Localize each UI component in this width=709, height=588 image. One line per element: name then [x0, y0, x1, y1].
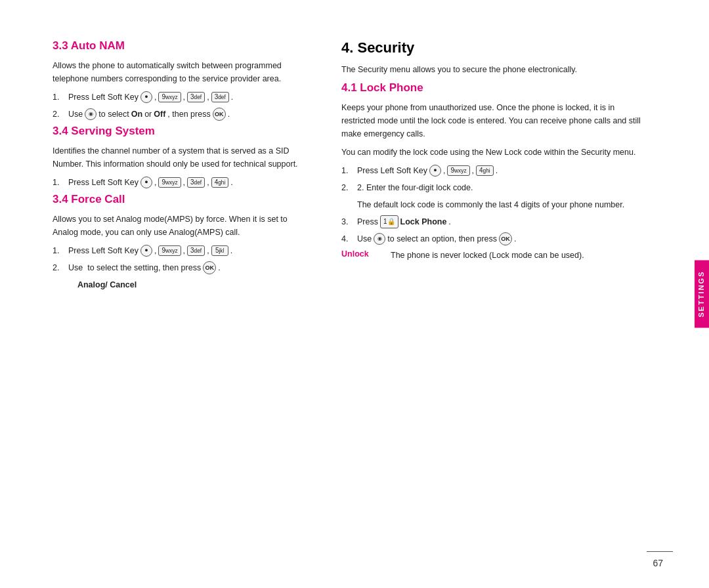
- key-3def-34a: 3def: [187, 177, 205, 188]
- step-41-3: 3. Press 1🔒 Lock Phone.: [341, 215, 643, 228]
- section-4: 4. Security The Security menu allows you…: [341, 39, 643, 76]
- left-soft-key-icon: ●: [140, 91, 152, 103]
- key-3def-2: 3def: [211, 92, 229, 102]
- section-34a: 3.4 Serving System Identifies the channe…: [53, 125, 302, 189]
- section-34a-heading: 3.4 Serving System: [53, 125, 302, 138]
- unlock-row: Unlock The phone is never locked (Lock m…: [341, 249, 643, 262]
- right-column: 4. Security The Security menu allows you…: [328, 39, 676, 562]
- key-3def-34b: 3def: [187, 245, 205, 256]
- step-34a-1-content: Press Left Soft Key ●, 9wxyz, 3def, 4ghi…: [68, 176, 233, 189]
- unlock-label: Unlock: [341, 249, 377, 262]
- section-41-para2: You can modify the lock code using the N…: [341, 146, 643, 159]
- ok-btn-33-2: OK: [213, 108, 226, 121]
- step-34b-2-number: 2.: [53, 261, 66, 274]
- section-33-desc: Allows the phone to automatically switch…: [53, 59, 302, 85]
- page-divider: [647, 551, 673, 552]
- ok-btn-34b: OK: [203, 261, 216, 274]
- step-41-2-number: 2.: [341, 181, 354, 194]
- step-41-4-content: Use to select an option, then press OK.: [357, 232, 517, 245]
- nav-icon-41-4: [374, 233, 385, 245]
- section-34b-desc: Allows you to set Analog mode(AMPS) by f…: [53, 213, 302, 239]
- step-41-2-text: 2. Enter the four-digit lock code.: [357, 181, 473, 194]
- key-1lock: 1🔒: [380, 215, 398, 228]
- page-container: 3.3 Auto NAM Allows the phone to automat…: [0, 0, 709, 588]
- section-4-heading: 4. Security: [341, 39, 643, 56]
- unlock-desc: The phone is never locked (Lock mode can…: [391, 249, 584, 262]
- step-34b-1-content: Press Left Soft Key ●, 9wxyz, 3def, 5jkl…: [68, 244, 232, 257]
- section-34b: 3.4 Force Call Allows you to set Analog …: [53, 193, 302, 291]
- key-4ghi-41: 4ghi: [476, 165, 494, 176]
- step-33-1-content: Press Left Soft Key ●, 9wxyz, 3def, 3def…: [68, 91, 233, 104]
- left-soft-key-34a: ●: [140, 177, 152, 188]
- step-41-2-indent: The default lock code is commonly the la…: [357, 198, 643, 211]
- key-9wxyz-34a: 9wxyz: [158, 177, 181, 188]
- step-33-1: 1. Press Left Soft Key ●, 9wxyz, 3def, 3…: [53, 91, 302, 104]
- step-34b-2-content: Use to select the setting, then press OK…: [68, 261, 221, 274]
- section-4-desc: The Security menu allows you to secure t…: [341, 63, 643, 76]
- nav-icon-33-2: [85, 108, 97, 120]
- step-33-2: 2. Use to select On or Off, then press O…: [53, 108, 302, 121]
- settings-tab: SETTINGS: [695, 260, 709, 327]
- key-9wxyz-41: 9wxyz: [447, 165, 469, 176]
- key-4ghi-34a: 4ghi: [211, 177, 229, 188]
- step-41-4: 4. Use to select an option, then press O…: [341, 232, 643, 245]
- ok-btn-41-4: OK: [499, 232, 512, 245]
- step-34a-1: 1. Press Left Soft Key ●, 9wxyz, 3def, 4…: [53, 176, 302, 189]
- left-soft-key-34b: ●: [140, 245, 152, 257]
- step-33-2-content: Use to select On or Off, then press OK.: [68, 108, 230, 121]
- left-column: 3.3 Auto NAM Allows the phone to automat…: [53, 39, 328, 562]
- section-34a-desc: Identifies the channel number of a syste…: [53, 144, 302, 171]
- step-41-1: 1. Press Left Soft Key ●, 9wxyz, 4ghi.: [341, 164, 643, 177]
- step-33-1-number: 1.: [53, 91, 66, 104]
- section-34b-heading: 3.4 Force Call: [53, 193, 302, 206]
- lock-phone-label: Lock Phone: [400, 215, 447, 228]
- step-41-3-number: 3.: [341, 215, 354, 228]
- step-41-4-number: 4.: [341, 232, 354, 245]
- analog-cancel-label: Analog/ Cancel: [68, 278, 302, 291]
- section-33-heading: 3.3 Auto NAM: [53, 39, 302, 52]
- step-41-2: 2. 2. Enter the four-digit lock code.: [341, 181, 643, 194]
- section-41-para1: Keeps your phone from unauthorized use. …: [341, 101, 643, 140]
- key-9wxyz-34b: 9wxyz: [158, 245, 181, 256]
- step-34b-2: 2. Use to select the setting, then press…: [53, 261, 302, 274]
- step-41-3-content: Press 1🔒 Lock Phone.: [357, 215, 451, 228]
- step-41-1-content: Press Left Soft Key ●, 9wxyz, 4ghi.: [357, 164, 498, 177]
- step-34a-1-number: 1.: [53, 176, 66, 189]
- section-33: 3.3 Auto NAM Allows the phone to automat…: [53, 39, 302, 121]
- left-soft-key-41: ●: [429, 165, 441, 177]
- section-41: 4.1 Lock Phone Keeps your phone from una…: [341, 81, 643, 262]
- step-33-2-number: 2.: [53, 108, 66, 121]
- step-34b-1: 1. Press Left Soft Key ●, 9wxyz, 3def, 5…: [53, 244, 302, 257]
- step-34b-1-number: 1.: [53, 244, 66, 257]
- key-3def-1: 3def: [187, 92, 205, 102]
- key-9wxyz: 9wxyz: [158, 92, 181, 102]
- key-5jkl-34b: 5jkl: [211, 245, 228, 256]
- section-41-heading: 4.1 Lock Phone: [341, 81, 643, 94]
- page-number: 67: [653, 558, 663, 568]
- step-41-1-number: 1.: [341, 164, 354, 177]
